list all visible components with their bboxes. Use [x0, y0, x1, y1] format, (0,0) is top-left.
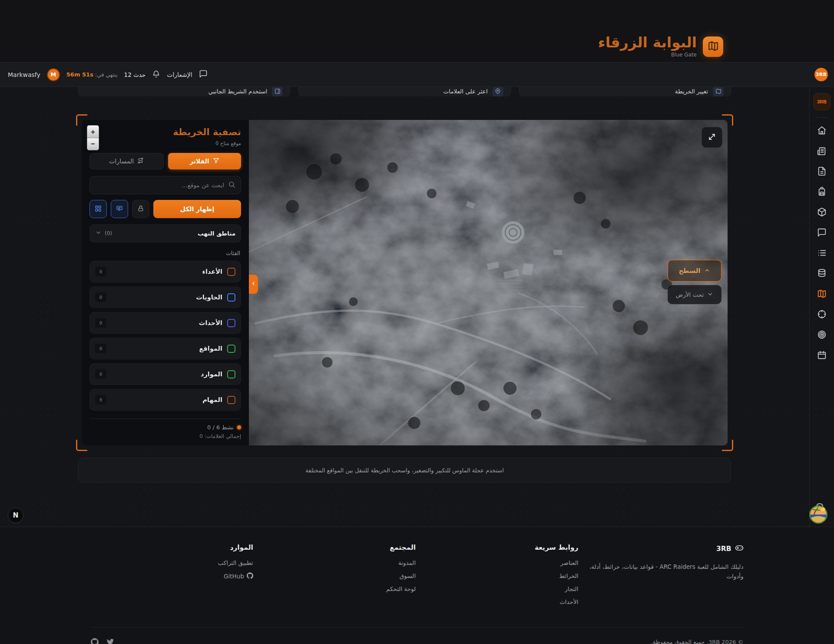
footer-link-market[interactable]: السوق: [253, 572, 416, 579]
crosshair-icon[interactable]: [817, 309, 827, 319]
total-markers: إجمالي العلامات: 0: [89, 433, 241, 439]
app-footer: 3RB دليلك الشامل للعبة ARC Raiders - قوا…: [0, 527, 834, 644]
tab-routes[interactable]: المسارات: [89, 153, 164, 169]
avatar[interactable]: M: [47, 68, 60, 81]
search-icon: [228, 181, 235, 190]
bell-button[interactable]: [152, 70, 160, 80]
timer-group: ينتهي في: 56m 51s: [66, 71, 118, 78]
labels-toggle-button[interactable]: [111, 200, 128, 218]
checkbox[interactable]: [227, 345, 235, 353]
expand-icon: [708, 133, 716, 143]
bell-icon: [152, 70, 160, 80]
loot-zones-accordion[interactable]: مناطق النهب (0): [89, 224, 241, 242]
social-links: [91, 638, 114, 644]
surface-layer-button[interactable]: السطح: [668, 260, 721, 282]
list-icon[interactable]: [817, 248, 827, 258]
grid-toggle-button[interactable]: [89, 200, 107, 218]
location-search-input[interactable]: [95, 182, 224, 189]
github-social-icon[interactable]: [91, 638, 99, 644]
card-label: اعثر على العلامات: [443, 88, 487, 95]
checkbox[interactable]: [227, 319, 235, 327]
category-label: الأحداث: [199, 319, 222, 326]
label-bubble-icon: [116, 205, 123, 213]
footer-col-title: روابط سريعة: [416, 544, 578, 551]
checkbox[interactable]: [227, 268, 235, 276]
footer-community-col: المجتمع المدونة السوق لوحة التحكم: [253, 544, 416, 611]
events-count[interactable]: 12 حدث: [124, 71, 146, 78]
funnel-icon: [213, 157, 219, 165]
category-row-locations[interactable]: المواقع 0: [89, 338, 241, 359]
chat-bubble-icon[interactable]: [817, 228, 827, 237]
footer-resources-col: الموارد تطبيق التراكب GitHub: [91, 544, 253, 611]
tab-filters-label: الفلاتر: [190, 158, 209, 165]
document-icon[interactable]: [817, 166, 827, 176]
fullscreen-button[interactable]: [702, 127, 722, 148]
category-row-resources[interactable]: الموارد 0: [89, 363, 241, 385]
card-find-markers: اعثر على العلامات: [298, 87, 510, 96]
backpack-icon[interactable]: [817, 187, 827, 196]
map-filter-panel: + − تصفية الخريطة 0 موقع متاح الفلاتر: [82, 120, 249, 445]
map-canvas[interactable]: السطح تحت الأرض: [249, 120, 728, 445]
3rb-logo-circle[interactable]: 3RB: [814, 68, 828, 81]
map-nav-icon[interactable]: [817, 289, 827, 299]
home-icon[interactable]: [817, 126, 827, 135]
lock-button[interactable]: [132, 200, 149, 218]
category-count: 0: [95, 344, 106, 353]
checkbox[interactable]: [227, 293, 235, 302]
chat-icon: [199, 70, 208, 80]
category-row-events[interactable]: الأحداث 0: [89, 312, 241, 334]
panel-collapse-button[interactable]: [249, 275, 258, 294]
checkbox[interactable]: [227, 396, 235, 404]
show-all-button[interactable]: إظهار الكل: [153, 200, 241, 218]
footer-link-dashboard[interactable]: لوحة التحكم: [253, 585, 416, 592]
map-frame: السطح تحت الأرض: [82, 120, 728, 445]
target-icon[interactable]: [817, 330, 827, 339]
top-cards-row: تغيير الخريطة اعثر على العلامات استخدم ا…: [78, 87, 731, 96]
loot-zones-label: مناطق النهب: [198, 230, 235, 237]
tab-filters[interactable]: الفلاتر: [168, 153, 242, 169]
map-chip-icon: [713, 87, 724, 96]
footer-link-items[interactable]: العناصر: [416, 559, 578, 566]
footer-col-title: المجتمع: [253, 544, 416, 551]
footer-link-github[interactable]: GitHub: [224, 572, 253, 580]
calendar-icon[interactable]: [817, 350, 827, 360]
timer-value: 56m 51s: [66, 71, 93, 78]
zoom-in-button[interactable]: +: [87, 125, 99, 138]
category-row-enemies[interactable]: الأعداء 0: [89, 261, 241, 282]
app-header: البوابة الزرقاء Blue Gate: [0, 0, 834, 62]
username[interactable]: Markwasfy: [8, 71, 40, 78]
card-label: تغيير الخريطة: [675, 88, 708, 95]
category-row-containers[interactable]: الحاويات 0: [89, 286, 241, 308]
package-icon[interactable]: [817, 207, 827, 217]
island-medal-icon[interactable]: [808, 503, 829, 524]
twitter-icon[interactable]: [106, 638, 114, 644]
footer-link-traders[interactable]: التجار: [416, 585, 578, 592]
zoom-out-button[interactable]: −: [87, 138, 99, 150]
satellite-map-image: [249, 120, 728, 445]
database-icon[interactable]: [817, 269, 827, 278]
underground-layer-button[interactable]: تحت الأرض: [668, 285, 721, 304]
footer-link-events[interactable]: الأحداث: [416, 598, 578, 605]
sidebar-3rb-button[interactable]: 3RB: [813, 93, 831, 110]
footer-link-maps[interactable]: الخرائط: [416, 572, 578, 579]
checkbox[interactable]: [227, 370, 235, 378]
map-logo-button[interactable]: [703, 37, 723, 57]
panel-title: تصفية الخريطة: [89, 127, 241, 137]
category-label: المهام: [202, 396, 222, 403]
loot-zones-meta: (0): [95, 229, 112, 237]
route-icon: [137, 157, 144, 165]
notifications-link[interactable]: الإشعارات: [167, 71, 192, 78]
news-icon[interactable]: [817, 146, 827, 156]
footer-brand-col: 3RB دليلك الشامل للعبة ARC Raiders - قوا…: [579, 544, 744, 611]
footer-col-title: الموارد: [91, 544, 253, 551]
category-row-tasks[interactable]: المهام 0: [89, 389, 241, 411]
page: البوابة الزرقاء Blue Gate 3RB الإشعارات …: [0, 0, 834, 644]
dev-tools-badge[interactable]: N: [8, 508, 23, 523]
topbar: 3RB الإشعارات 12 حدث ينتهي في: 56m 51s M…: [0, 62, 834, 87]
chevron-left-icon: [251, 281, 256, 288]
footer-link-blog[interactable]: المدونة: [253, 559, 416, 566]
footer-link-overlay-app[interactable]: تطبيق التراكب: [91, 559, 253, 566]
loot-zones-count: (0): [105, 230, 112, 236]
card-change-map: تغيير الخريطة: [519, 87, 731, 96]
chat-button[interactable]: [199, 70, 208, 80]
